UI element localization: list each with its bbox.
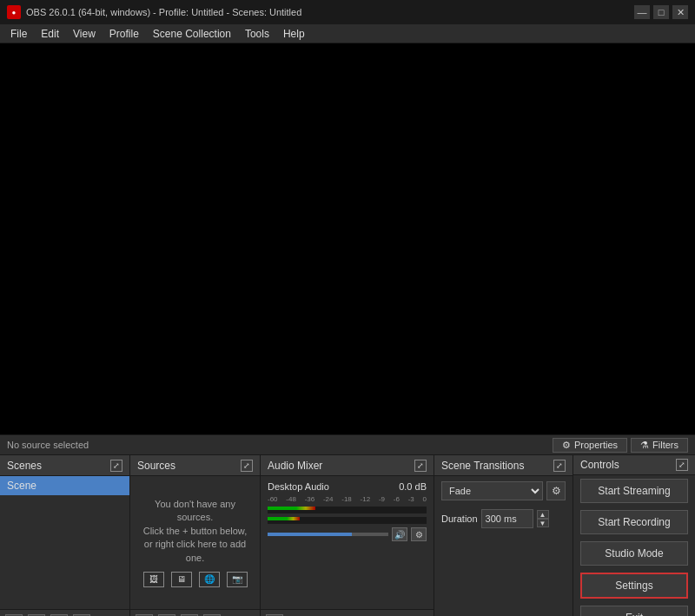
exit-button[interactable]: Exit xyxy=(580,606,688,616)
maximize-button[interactable]: □ xyxy=(653,5,669,19)
controls-header: Controls ⤢ xyxy=(573,455,695,475)
transitions-expand-icon[interactable]: ⤢ xyxy=(553,460,566,472)
window-title: OBS 26.0.1 (64-bit, windows) - Profile: … xyxy=(26,7,301,17)
controls-expand-icon[interactable]: ⤢ xyxy=(676,459,688,471)
display-source-icon: 🖥 xyxy=(171,572,192,587)
no-source-label: No source selected xyxy=(7,440,89,450)
menu-profile[interactable]: Profile xyxy=(103,24,146,43)
camera-source-icon: 📷 xyxy=(227,572,248,587)
menu-scene-collection[interactable]: Scene Collection xyxy=(146,24,238,43)
audio-meter-bar-top xyxy=(268,507,427,513)
scenes-footer: + − ∧ ∨ xyxy=(0,609,129,616)
audio-header: Audio Mixer ⤢ xyxy=(261,455,434,476)
duration-down-arrow[interactable]: ▼ xyxy=(537,519,549,527)
transitions-panel: Scene Transitions ⤢ Fade ⚙ Duration ▲ ▼ xyxy=(434,455,573,616)
start-streaming-button[interactable]: Start Streaming xyxy=(580,479,688,503)
audio-meter-scale: -60 -48 -36 -24 -18 -12 -9 -6 -3 0 xyxy=(268,495,427,503)
filter-icon: ⚗ xyxy=(640,440,649,451)
minimize-button[interactable]: — xyxy=(634,5,650,19)
audio-channel-name: Desktop Audio xyxy=(268,481,329,492)
duration-arrows: ▲ ▼ xyxy=(537,510,549,527)
transition-duration-row: Duration ▲ ▼ xyxy=(434,506,573,532)
audio-settings-button[interactable]: ⚙ xyxy=(411,527,427,541)
status-bar: No source selected ⚙ Properties ⚗ Filter… xyxy=(0,434,695,455)
bottom-panel: Scenes ⤢ Scene + − ∧ ∨ Sources ⤢ You don… xyxy=(0,455,695,616)
scenes-header: Scenes ⤢ xyxy=(0,455,129,476)
sources-expand-icon[interactable]: ⤢ xyxy=(241,460,253,472)
audio-volume-slider[interactable] xyxy=(268,533,388,536)
status-buttons: ⚙ Properties ⚗ Filters xyxy=(553,438,688,453)
preview-area xyxy=(0,43,695,434)
transition-type-row: Fade ⚙ xyxy=(434,476,573,506)
title-bar-left: ● OBS 26.0.1 (64-bit, windows) - Profile… xyxy=(7,5,301,19)
scene-item[interactable]: Scene xyxy=(0,476,129,495)
sources-empty[interactable]: You don't have any sources.Click the + b… xyxy=(130,476,260,609)
scenes-expand-icon[interactable]: ⤢ xyxy=(110,460,122,472)
menu-file[interactable]: File xyxy=(3,24,34,43)
sources-panel: Sources ⤢ You don't have any sources.Cli… xyxy=(130,455,261,616)
sources-footer: + ⚙ ∧ ∨ xyxy=(130,609,260,616)
transition-type-select[interactable]: Fade xyxy=(441,481,543,500)
start-recording-button[interactable]: Start Recording xyxy=(580,510,688,534)
menu-tools[interactable]: Tools xyxy=(238,24,276,43)
sources-header: Sources ⤢ xyxy=(130,455,260,476)
scenes-panel: Scenes ⤢ Scene + − ∧ ∨ xyxy=(0,455,130,616)
transition-gear-button[interactable]: ⚙ xyxy=(546,481,566,500)
audio-footer: + xyxy=(261,609,434,616)
duration-input[interactable] xyxy=(481,509,533,528)
browser-source-icon: 🌐 xyxy=(199,572,220,587)
settings-button[interactable]: Settings xyxy=(580,573,688,599)
controls-panel: Controls ⤢ Start Streaming Start Recordi… xyxy=(573,455,695,616)
gear-icon: ⚙ xyxy=(562,440,571,451)
duration-label: Duration xyxy=(441,513,478,524)
audio-expand-icon[interactable]: ⤢ xyxy=(414,460,427,472)
properties-button[interactable]: ⚙ Properties xyxy=(553,438,627,453)
menu-bar: File Edit View Profile Scene Collection … xyxy=(0,24,695,43)
menu-view[interactable]: View xyxy=(66,24,103,43)
menu-edit[interactable]: Edit xyxy=(34,24,66,43)
close-button[interactable]: ✕ xyxy=(672,5,688,19)
sources-type-icons: 🖼 🖥 🌐 📷 xyxy=(143,572,248,587)
audio-meter-bar-bottom xyxy=(268,517,427,524)
audio-panel: Audio Mixer ⤢ Desktop Audio 0.0 dB -60 -… xyxy=(261,455,434,616)
audio-channel-desktop: Desktop Audio 0.0 dB -60 -48 -36 -24 -18… xyxy=(261,476,434,546)
duration-up-arrow[interactable]: ▲ xyxy=(537,510,549,519)
audio-controls: 🔊 ⚙ xyxy=(268,527,427,541)
image-source-icon: 🖼 xyxy=(143,572,164,587)
transitions-header: Scene Transitions ⤢ xyxy=(434,455,573,476)
title-bar: ● OBS 26.0.1 (64-bit, windows) - Profile… xyxy=(0,0,695,24)
menu-help[interactable]: Help xyxy=(276,24,312,43)
app-icon: ● xyxy=(7,5,21,19)
title-bar-buttons: — □ ✕ xyxy=(634,5,688,19)
audio-mute-button[interactable]: 🔊 xyxy=(392,527,407,541)
studio-mode-button[interactable]: Studio Mode xyxy=(580,541,688,566)
filters-button[interactable]: ⚗ Filters xyxy=(631,438,688,453)
audio-channel-level: 0.0 dB xyxy=(399,481,427,492)
